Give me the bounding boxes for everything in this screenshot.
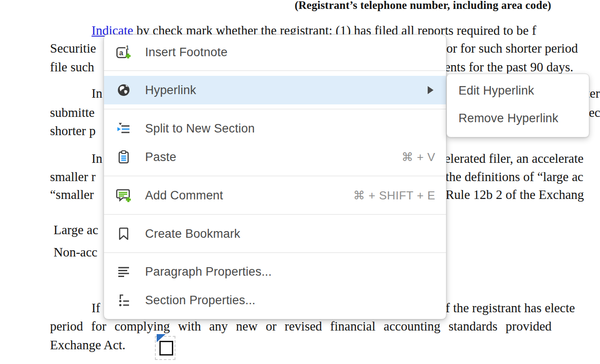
hyperlink-submenu: Edit Hyperlink Remove Hyperlink	[446, 74, 589, 137]
context-menu: a 1 Insert Footnote Hyperlink	[104, 34, 446, 319]
doc-text-rule-12b[interactable]: Rule 12b 2 of the Exchang	[446, 187, 584, 203]
doc-text-elected[interactable]: f the registrant has electe	[446, 300, 575, 316]
menu-separator	[104, 252, 446, 253]
section-properties-icon	[115, 293, 133, 307]
menu-item-hyperlink[interactable]: Hyperlink	[104, 76, 446, 104]
doc-text-file-such[interactable]: file such	[50, 59, 94, 75]
menu-item-paste[interactable]: Paste ⌘ + V	[104, 143, 446, 171]
split-section-icon	[115, 122, 133, 135]
insert-footnote-icon: a 1	[115, 45, 133, 60]
menu-separator	[104, 70, 446, 71]
doc-text-large-accelerated[interactable]: Large ac	[54, 222, 98, 238]
menu-item-label: Paste	[145, 150, 176, 164]
menu-separator	[104, 176, 446, 176]
submenu-item-label: Edit Hyperlink	[458, 84, 534, 98]
menu-item-add-comment[interactable]: Add Comment ⌘ + SHIFT + E	[104, 181, 446, 210]
submenu-item-remove-hyperlink[interactable]: Remove Hyperlink	[447, 105, 589, 131]
menu-item-label: Split to New Section	[145, 122, 255, 136]
checkbox-glyph[interactable]	[159, 341, 173, 356]
menu-item-label: Insert Footnote	[145, 46, 228, 59]
svg-text:a: a	[119, 49, 123, 57]
doc-text-if[interactable]: If	[92, 300, 100, 316]
doc-text-in-3[interactable]: In	[92, 151, 102, 166]
submenu-item-edit-hyperlink[interactable]: Edit Hyperlink	[447, 78, 589, 103]
menu-item-paragraph-properties[interactable]: Paragraph Properties...	[104, 258, 446, 285]
menu-item-shortcut: ⌘ + V	[402, 150, 435, 164]
doc-text-submitted[interactable]: submitte	[50, 105, 95, 120]
globe-icon	[115, 83, 133, 97]
doc-text-shorter-period[interactable]: (or for such shorter period	[442, 41, 578, 56]
submenu-item-label: Remove Hyperlink	[458, 112, 558, 125]
doc-text-smaller-quote[interactable]: “smaller	[50, 187, 94, 203]
doc-text-shorter-p[interactable]: shorter p	[50, 123, 96, 139]
document-editor-page: (Registrant’s telephone number, includin…	[0, 0, 600, 364]
paragraph-properties-icon	[115, 265, 133, 278]
doc-text-ec[interactable]: ec	[589, 105, 600, 120]
menu-item-label: Hyperlink	[145, 83, 196, 97]
menu-item-label: Create Bookmark	[145, 227, 240, 241]
doc-text-period-line[interactable]: period for complying with any new or rev…	[50, 318, 552, 334]
doc-text-smaller-r[interactable]: smaller r	[50, 169, 96, 185]
menu-separator	[104, 214, 446, 215]
menu-item-section-properties[interactable]: Section Properties...	[104, 286, 446, 314]
submenu-arrow-icon	[428, 86, 433, 94]
doc-text-past-90-days[interactable]: ents for the past 90 days.	[445, 59, 573, 75]
doc-text-non-accelerated[interactable]: Non-acc	[54, 244, 97, 260]
doc-text-in-2[interactable]: In	[92, 86, 102, 101]
paste-clipboard-icon	[115, 150, 133, 164]
doc-text-securities[interactable]: Securitie	[50, 41, 96, 56]
menu-item-insert-footnote[interactable]: a 1 Insert Footnote	[104, 37, 446, 68]
menu-item-label: Paragraph Properties...	[145, 265, 272, 279]
menu-item-create-bookmark[interactable]: Create Bookmark	[104, 219, 446, 248]
menu-item-split-to-new-section[interactable]: Split to New Section	[104, 114, 446, 143]
svg-text:1: 1	[126, 45, 129, 51]
menu-item-label: Add Comment	[145, 189, 223, 203]
add-comment-icon	[115, 188, 133, 203]
registrant-telephone-caption[interactable]: (Registrant’s telephone number, includin…	[295, 0, 551, 12]
menu-item-label: Section Properties...	[145, 294, 255, 307]
bookmark-icon	[115, 227, 133, 241]
corner-flag-icon	[157, 334, 166, 342]
menu-separator	[104, 109, 446, 109]
doc-text-accelerated[interactable]: elerated filer, an accelerate	[445, 151, 583, 166]
doc-text-definitions[interactable]: the definitions of “large ac	[446, 169, 583, 185]
menu-item-shortcut: ⌘ + SHIFT + E	[353, 189, 435, 203]
doc-text-exchange-act[interactable]: Exchange Act.	[50, 337, 125, 353]
